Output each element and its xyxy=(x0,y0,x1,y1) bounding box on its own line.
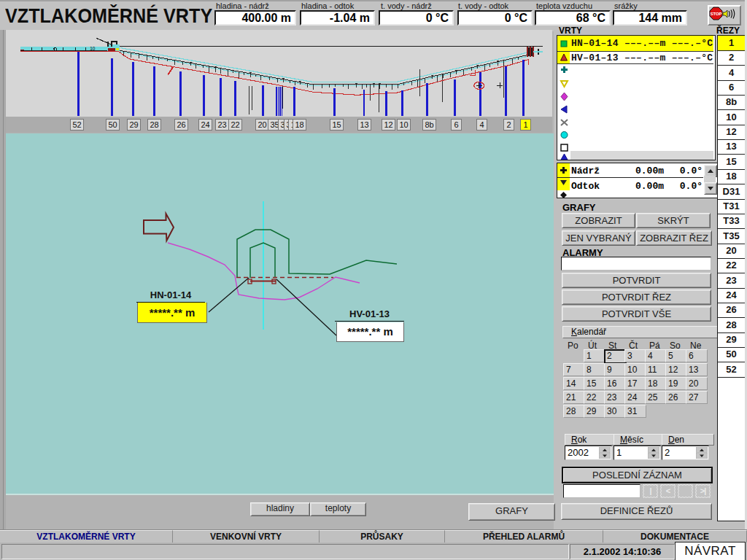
svg-text:10: 10 xyxy=(90,46,96,51)
svg-text:STOP: STOP xyxy=(710,12,721,16)
